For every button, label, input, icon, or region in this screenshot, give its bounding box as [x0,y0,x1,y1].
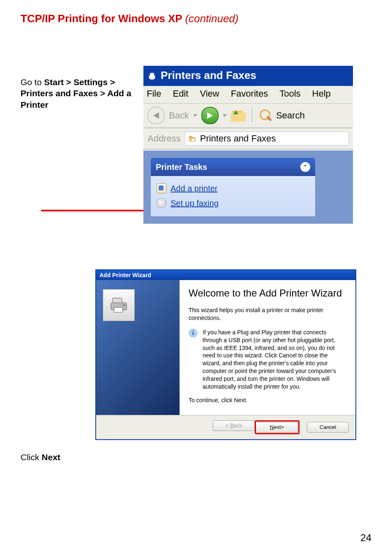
wizard-info-text: If you have a Plug and Play printer that… [203,329,347,391]
next-label-u: N [270,424,274,430]
click-next-bold: Next [42,452,60,462]
add-printer-icon [157,183,166,193]
heading-continued: (continued) [185,12,238,25]
wizard-footer: < Back Next > Cancel [96,415,355,439]
toolbar: Back Search [143,104,353,128]
wizard-intro: This wizard helps you install a printer … [189,306,347,322]
menu-help[interactable]: Help [312,88,331,99]
wizard-printer-image [103,289,135,321]
address-field[interactable]: Printers and Faxes [185,132,349,146]
instruction-click-next: Click Next [21,452,60,462]
toolbar-separator [251,109,252,123]
arrow-right-icon [207,112,213,119]
task-set-up-faxing[interactable]: Set up faxing [157,196,309,211]
search-icon[interactable] [258,109,272,123]
back-button-icon[interactable] [148,107,165,124]
printer-icon [148,71,157,80]
menu-edit[interactable]: Edit [173,88,188,99]
back-label-u: B [230,422,234,429]
menu-file[interactable]: File [147,88,161,99]
address-value: Printers and Faxes [200,133,276,144]
menu-view[interactable]: View [200,88,219,99]
instruction-goto: Go to Start > Settings > Printers and Fa… [21,76,136,110]
back-label[interactable]: Back [169,110,189,121]
address-bar: Address Printers and Faxes [143,128,353,150]
up-folder-icon[interactable] [231,109,246,122]
printer-glyph-icon [109,296,128,315]
wizard-heading: Welcome to the Add Printer Wizard [189,287,347,299]
section-heading: TCP/IP Printing for Windows XP (continue… [21,12,371,25]
pf-body: Printer Tasks ⌃ Add a printer Set up fax… [143,150,353,224]
next-highlight: Next > [255,420,300,434]
menu-bar: File Edit View Favorites Tools Help [143,86,353,104]
back-lt: < [226,422,229,429]
set-up-faxing-link[interactable]: Set up faxing [171,199,219,208]
wizard-sidebar [96,280,180,415]
svg-rect-2 [150,77,154,79]
printer-tasks-header[interactable]: Printer Tasks ⌃ [151,158,315,176]
svg-rect-4 [189,136,192,138]
back-next-group: < Back Next > [213,420,300,434]
back-button: < Back [213,420,255,431]
next-gt: > [281,424,284,430]
add-printer-wizard-dialog: Add Printer Wizard Welcome to the Add Pr… [95,269,356,440]
goto-prefix: Go to [21,77,44,87]
wizard-main: Welcome to the Add Printer Wizard This w… [180,280,355,415]
cancel-button[interactable]: Cancel [307,422,349,433]
next-button[interactable]: Next > [256,422,298,433]
chevron-up-icon: ⌃ [303,164,308,170]
page-number: 24 [360,532,371,544]
menu-favorites[interactable]: Favorites [231,88,268,99]
fax-icon [157,198,166,208]
collapse-button[interactable]: ⌃ [300,162,310,172]
svg-point-9 [124,304,125,306]
add-printer-link[interactable]: Add a printer [171,184,218,193]
address-label: Address [148,133,181,144]
wizard-continue: To continue, click Next. [189,396,347,404]
svg-rect-1 [150,73,154,75]
search-label[interactable]: Search [276,110,305,121]
back-dropdown-caret-icon[interactable] [193,114,197,117]
info-icon: i [189,329,198,338]
pf-title-text: Printers and Faxes [161,69,256,82]
click-prefix: Click [21,452,42,462]
printer-tasks-title: Printer Tasks [156,162,207,172]
forward-dropdown-caret-icon[interactable] [223,114,227,117]
back-label-rest: ack [234,422,242,429]
printers-and-faxes-window: Printers and Faxes File Edit View Favori… [143,66,353,224]
printer-tasks-panel: Printer Tasks ⌃ Add a printer Set up fax… [151,158,315,216]
task-add-printer[interactable]: Add a printer [157,181,309,196]
wizard-title-bar: Add Printer Wizard [96,270,355,280]
next-label-rest: ext [274,424,281,430]
printer-folder-icon [188,134,197,143]
heading-main: TCP/IP Printing for Windows XP [21,12,182,25]
arrow-left-icon [153,112,159,119]
menu-tools[interactable]: Tools [279,88,300,99]
folder-up-arrow-icon [233,110,238,114]
pf-title-bar: Printers and Faxes [143,66,353,86]
wizard-info-row: i If you have a Plug and Play printer th… [189,329,347,391]
forward-button-icon[interactable] [201,107,219,124]
task-list: Add a printer Set up faxing [151,176,315,216]
svg-rect-8 [114,308,123,313]
svg-rect-5 [191,139,195,141]
wizard-body: Welcome to the Add Printer Wizard This w… [96,280,355,415]
